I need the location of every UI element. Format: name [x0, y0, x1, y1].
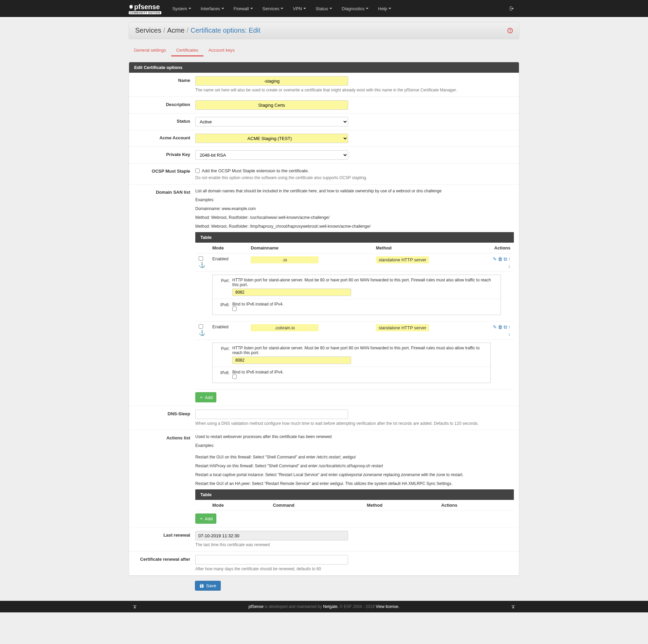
private-key-select[interactable]: 2048-bit RSA — [195, 150, 348, 160]
nav-firewall[interactable]: Firewall — [230, 1, 257, 16]
dns-sleep-input[interactable] — [195, 410, 348, 419]
sub-ipv6-help: Bind to IPv6 instead of IPv4. — [232, 370, 488, 375]
actions-help-6: Restart the GUI of an HA peer: Select "R… — [195, 481, 514, 487]
label-renewal-after: Certificate renewal after — [134, 555, 195, 562]
delete-icon[interactable]: 🗑 — [498, 324, 503, 330]
save-button[interactable]: Save — [195, 581, 221, 591]
logo-icon — [129, 4, 133, 9]
label-domain-san: Domain SAN list — [134, 188, 195, 195]
breadcrumb-acme[interactable]: Acme — [167, 27, 184, 34]
footer-license[interactable]: View license. — [376, 604, 399, 609]
th-actions: Actions — [473, 243, 514, 254]
ipv6-checkbox[interactable] — [232, 375, 237, 379]
sub-port-help: HTTP listen port for stand-alone server.… — [232, 346, 488, 355]
nav-vpn[interactable]: VPN — [289, 1, 310, 16]
sub-ipv6-label: IPv6: — [215, 302, 232, 312]
sub-ipv6-help: Bind to IPv6 instead of IPv4. — [232, 302, 498, 307]
logo-subtitle: COMMUNITY EDITION — [129, 11, 161, 14]
footer-right-icon[interactable] — [511, 604, 516, 609]
ipv6-checkbox[interactable] — [232, 307, 237, 311]
chevron-down-icon — [329, 8, 332, 9]
footer-left-icon[interactable] — [132, 604, 137, 609]
status-select[interactable]: Active — [195, 117, 348, 126]
san-row-checkbox[interactable] — [199, 256, 203, 261]
name-help: The name set here will also be used to c… — [195, 87, 514, 93]
th-command: Command — [270, 500, 363, 511]
nav-help[interactable]: Help — [374, 1, 395, 16]
description-input[interactable] — [195, 100, 348, 110]
port-input[interactable] — [232, 289, 351, 296]
arrow-up-icon[interactable]: ↑ — [508, 324, 510, 330]
breadcrumb-separator: / — [163, 27, 165, 34]
arrow-down-icon[interactable]: ↓ — [508, 263, 510, 269]
label-acme-account: Acme Account — [134, 134, 195, 140]
th-method: Method — [363, 500, 438, 511]
port-input[interactable] — [232, 356, 351, 364]
label-status: Status — [134, 117, 195, 124]
plus-icon: ＋ — [199, 394, 203, 400]
actions-help-5: Restart a local captive portal instance:… — [195, 472, 514, 478]
anchor-icon[interactable]: ⚓ — [199, 330, 205, 336]
th-mode: Mode — [209, 243, 247, 254]
scroll-top-icon — [511, 605, 516, 609]
panel-title: Edit Certificate options — [129, 62, 519, 73]
logo-text: pfsense — [134, 3, 160, 11]
san-row-checkbox[interactable] — [199, 324, 203, 329]
name-input[interactable] — [195, 76, 348, 86]
san-help-3: Domainname: www.example.com — [195, 206, 514, 212]
top-navbar: pfsense COMMUNITY EDITION System Interfa… — [0, 0, 648, 17]
label-ocsp: OCSP Must Staple — [134, 167, 195, 174]
chevron-down-icon — [281, 8, 283, 9]
san-method: standalone HTTP server — [376, 256, 429, 263]
anchor-icon[interactable]: ⚓ — [199, 262, 205, 268]
san-help-4: Method: Webroot, Rootfolder: /usr/local/… — [195, 214, 514, 221]
nav-status[interactable]: Status — [311, 1, 336, 16]
acme-account-select[interactable]: ACME Staging (TEST) — [195, 134, 348, 143]
label-description: Description — [134, 100, 195, 107]
nav-system[interactable]: System — [168, 1, 195, 16]
logout-button[interactable] — [504, 1, 519, 16]
logo[interactable]: pfsense COMMUNITY EDITION — [129, 3, 168, 14]
sub-port-label: Port: — [215, 346, 232, 364]
san-table-title: Table — [195, 232, 514, 243]
copy-icon[interactable]: ⧉ — [504, 324, 507, 330]
breadcrumb-services[interactable]: Services — [135, 27, 161, 34]
nav-interfaces[interactable]: Interfaces — [197, 1, 228, 16]
san-help-1: List all domain names that should be inc… — [195, 188, 514, 194]
tab-general-settings[interactable]: General settings — [129, 45, 171, 56]
tab-account-keys[interactable]: Account keys — [203, 45, 240, 56]
help-icon[interactable]: ? — [507, 28, 513, 33]
delete-icon[interactable]: 🗑 — [498, 256, 503, 262]
chevron-down-icon — [188, 8, 191, 9]
actions-table-title: Table — [195, 489, 514, 500]
label-private-key: Private Key — [134, 150, 195, 157]
sub-ipv6-label: IPv6: — [215, 370, 232, 380]
nav-diagnostics[interactable]: Diagnostics — [338, 1, 373, 16]
th-domain: Domainname — [247, 243, 372, 254]
san-method: standalone HTTP server — [376, 324, 429, 331]
plus-icon: ＋ — [199, 516, 203, 522]
san-table: Mode Domainname Method Actions — [195, 243, 514, 389]
last-renewal-help: The last time this certificate was renew… — [195, 542, 514, 548]
add-action-button[interactable]: ＋ Add — [195, 514, 216, 524]
arrow-up-icon[interactable]: ↑ — [508, 256, 510, 262]
san-domain: .io — [251, 256, 319, 263]
copy-icon[interactable]: ⧉ — [504, 256, 507, 262]
actions-help-4: Restart HAProxy on this firewall: Select… — [195, 463, 514, 469]
nav-services[interactable]: Services — [258, 1, 288, 16]
arrow-down-icon[interactable]: ↓ — [508, 331, 510, 337]
label-actions-list: Actions list — [134, 434, 195, 440]
sub-port-help: HTTP listen port for stand-alone server.… — [232, 278, 498, 287]
footer-netgate[interactable]: Netgate. — [323, 604, 338, 609]
san-mode: Enabled — [209, 254, 247, 272]
san-row: ⚓ Enabled .io standalone HTTP server ✎ 🗑 — [195, 254, 514, 272]
renewal-after-input[interactable] — [195, 555, 348, 564]
edit-icon[interactable]: ✎ — [493, 256, 497, 262]
logout-icon — [509, 6, 514, 11]
san-row: ⚓ Enabled .cobrain.io standalone HTTP se… — [195, 321, 514, 340]
tab-certificates[interactable]: Certificates — [171, 45, 203, 56]
scroll-top-icon — [132, 605, 137, 609]
edit-icon[interactable]: ✎ — [493, 324, 497, 330]
ocsp-checkbox[interactable] — [195, 169, 200, 173]
add-san-button[interactable]: ＋ Add — [195, 392, 216, 402]
